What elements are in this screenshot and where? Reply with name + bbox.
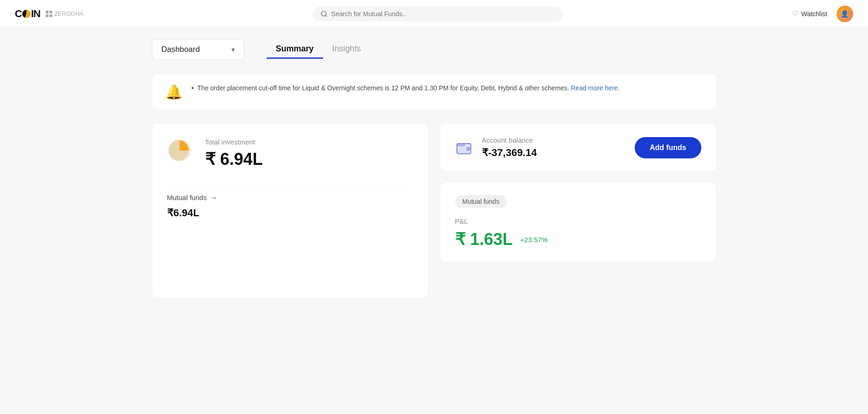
navbar-left: CIN ZERODHA [15, 8, 83, 20]
total-investment-value: ₹ 6.94L [205, 150, 263, 169]
read-more-link[interactable]: Read more here. [571, 84, 619, 92]
svg-rect-5 [457, 144, 465, 146]
mutual-funds-pnl-card: Mutual funds P&L ₹ 1.63L +23.57% [440, 182, 717, 263]
grid-icon [46, 11, 52, 17]
mutual-funds-tag: Mutual funds [455, 195, 507, 208]
card-divider [167, 184, 413, 184]
bell-icon: 🔔 [165, 84, 182, 100]
heart-icon: ♡ [792, 9, 799, 18]
logo-text-in: IN [31, 8, 40, 19]
page-header: Dashboard ▾ Summary Insights [152, 39, 717, 60]
zerodha-text: ZERODHA [54, 10, 84, 17]
main-content: Dashboard ▾ Summary Insights 🔔 • The ord… [133, 28, 735, 310]
arrow-right-icon: → [210, 194, 217, 201]
mutual-funds-link[interactable]: Mutual funds → [167, 194, 413, 201]
add-funds-label: Add funds [649, 144, 686, 151]
card-top: Total investment ₹ 6.94L [167, 138, 413, 169]
mutual-funds-value: ₹6.94L [167, 207, 413, 219]
wallet-icon [455, 139, 473, 157]
search-icon [320, 10, 328, 18]
bullet-dot: • [192, 84, 194, 92]
cards-row: Total investment ₹ 6.94L Mutual funds → … [152, 123, 717, 299]
watchlist-button[interactable]: ♡ Watchlist [792, 9, 827, 18]
account-balance-value: ₹-37,369.14 [482, 147, 537, 159]
navbar-right: ♡ Watchlist 👤 [792, 6, 853, 22]
chevron-down-icon: ▾ [231, 46, 235, 53]
tab-summary[interactable]: Summary [267, 40, 323, 59]
notification-text: • The order placement cut-off time for L… [192, 83, 620, 93]
svg-point-7 [467, 148, 468, 150]
notification-banner: 🔔 • The order placement cut-off time for… [152, 73, 717, 110]
avatar-initials: 👤 [841, 10, 849, 18]
mutual-funds-link-label: Mutual funds [167, 194, 207, 201]
notification-body: The order placement cut-off time for Liq… [197, 84, 569, 92]
dashboard-dropdown[interactable]: Dashboard ▾ [152, 39, 244, 60]
balance-details: Account balance ₹-37,369.14 [482, 136, 537, 159]
avatar[interactable]: 👤 [837, 6, 853, 22]
pnl-value-row: ₹ 1.63L +23.57% [455, 230, 701, 249]
investment-info: Total investment ₹ 6.94L [205, 138, 263, 169]
tabs: Summary Insights [267, 40, 370, 59]
right-column: Account balance ₹-37,369.14 Add funds Mu… [440, 123, 717, 299]
read-more-text: Read more here. [571, 84, 619, 92]
account-balance-card: Account balance ₹-37,369.14 Add funds [440, 123, 717, 172]
dashboard-dropdown-label: Dashboard [162, 45, 200, 54]
account-balance-label: Account balance [482, 136, 537, 144]
search-input[interactable] [331, 10, 556, 18]
coin-logo[interactable]: CIN [15, 8, 40, 20]
add-funds-button[interactable]: Add funds [635, 137, 701, 158]
logo-o-circle [22, 10, 31, 18]
svg-line-1 [325, 15, 327, 17]
navbar: CIN ZERODHA ♡ Watchlist 👤 [0, 0, 868, 28]
total-investment-label: Total investment [205, 138, 263, 146]
search-bar [313, 6, 563, 21]
investment-card: Total investment ₹ 6.94L Mutual funds → … [152, 123, 429, 299]
pie-chart-icon [167, 138, 192, 163]
zerodha-label: ZERODHA [46, 10, 84, 17]
watchlist-label: Watchlist [801, 10, 827, 18]
logo-text-c: C [15, 8, 22, 19]
pnl-value: ₹ 1.63L [455, 230, 513, 249]
tabs-container: Summary Insights [267, 40, 370, 59]
pnl-percent: +23.57% [520, 236, 548, 244]
pnl-label: P&L [455, 217, 701, 225]
balance-info: Account balance ₹-37,369.14 [455, 136, 537, 159]
tab-insights[interactable]: Insights [323, 40, 370, 59]
